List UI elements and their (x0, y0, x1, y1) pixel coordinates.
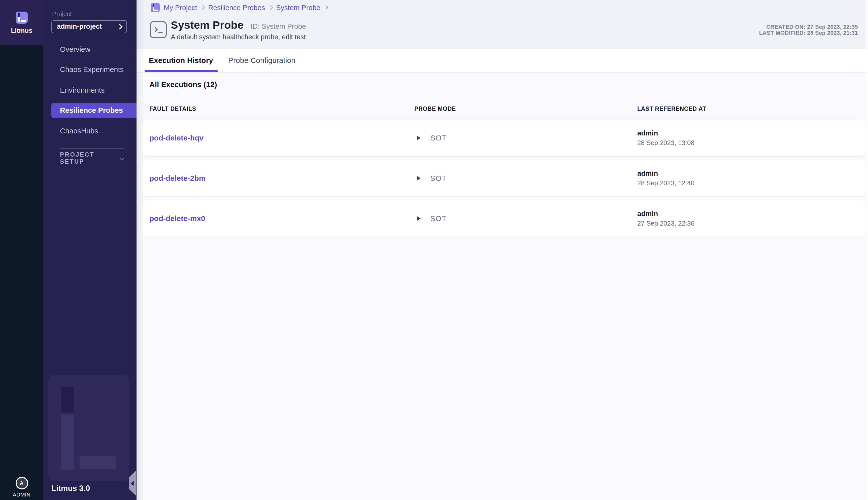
table-header: FAULT DETAILS PROBE MODE LAST REFERENCED… (142, 103, 865, 114)
page-header: My Project Resilience Probes System Prob… (136, 0, 868, 49)
sidebar-divider (59, 148, 124, 149)
breadcrumb-resilience-probes[interactable]: Resilience Probes (208, 3, 265, 12)
project-setup-label: PROJECT SETUP (60, 151, 120, 165)
breadcrumb-separator-icon (268, 5, 272, 10)
breadcrumb-separator-icon (201, 5, 205, 10)
project-selector[interactable]: admin-project (52, 20, 127, 33)
probe-mode-value: SOT (430, 214, 447, 223)
play-expand-icon[interactable] (417, 216, 421, 221)
litmus-logo-icon (15, 11, 28, 23)
left-rail: Litmus A ADMIN (0, 0, 43, 500)
sidebar-item-resilience-probes[interactable]: Resilience Probes (52, 103, 136, 118)
probe-id-label: ID: System Probe (251, 22, 306, 30)
brand-name: Litmus (11, 26, 32, 34)
fault-link[interactable]: pod-delete-mx0 (149, 214, 205, 222)
play-expand-icon[interactable] (417, 135, 421, 140)
fault-link[interactable]: pod-delete-hqv (149, 133, 204, 142)
logo-dot (18, 13, 20, 16)
probe-mode-value: SOT (430, 174, 447, 182)
litmus-mini-logo-icon (151, 3, 160, 12)
referenced-by-user: admin (637, 170, 865, 177)
header-meta: CREATED ON: 27 Sep 2023, 22:35 LAST MODI… (759, 23, 858, 36)
last-modified-label: LAST MODIFIED: 28 Sep 2023, 21:31 (759, 30, 858, 36)
page: Litmus A ADMIN Project admin-project Ove… (0, 0, 868, 500)
referenced-by-user: admin (637, 210, 865, 217)
tab-probe-configuration[interactable]: Probe Configuration (224, 49, 300, 72)
table-row: pod-delete-mx0 SOT admin 27 Sep 2023, 22… (142, 200, 865, 236)
watermark-stem (61, 414, 74, 470)
tab-execution-history[interactable]: Execution History (144, 49, 218, 72)
created-on-label: CREATED ON: 27 Sep 2023, 22:35 (759, 23, 858, 30)
project-selector-value: admin-project (57, 23, 117, 30)
tab-bar: Execution History Probe Configuration (136, 49, 868, 72)
avatar[interactable]: A (15, 477, 28, 489)
project-label: Project (52, 11, 72, 18)
user-block[interactable]: A ADMIN (0, 477, 43, 498)
probe-description: A default system healthcheck probe, edit… (171, 33, 306, 41)
executions-count-title: All Executions (12) (149, 80, 865, 88)
breadcrumb: My Project Resilience Probes System Prob… (151, 3, 327, 12)
sidebar-item-environments[interactable]: Environments (52, 82, 136, 98)
executions-content: All Executions (12) FAULT DETAILS PROBE … (136, 72, 868, 236)
collapse-sidebar-handle[interactable] (129, 470, 136, 496)
watermark-foot (80, 456, 116, 469)
logo-stem (18, 17, 20, 22)
sidebar: Project admin-project Overview Chaos Exp… (43, 0, 136, 500)
sidebar-nav: Overview Chaos Experiments Environments … (43, 42, 136, 144)
table-row: pod-delete-2bm SOT admin 28 Sep 2023, 12… (142, 160, 865, 196)
breadcrumb-my-project[interactable]: My Project (164, 3, 197, 12)
sidebar-item-chaos-experiments[interactable]: Chaos Experiments (52, 62, 136, 77)
project-setup-section[interactable]: PROJECT SETUP (60, 154, 123, 162)
table-row: pod-delete-hqv SOT admin 28 Sep 2023, 13… (142, 120, 865, 156)
breadcrumb-separator-icon (324, 5, 328, 10)
brand-block: Litmus (0, 0, 43, 45)
chevron-right-icon (117, 24, 122, 29)
main-area: My Project Resilience Probes System Prob… (136, 0, 868, 500)
watermark-dot (61, 387, 74, 412)
app-version: Litmus 3.0 (52, 484, 90, 493)
sidebar-item-overview[interactable]: Overview (52, 42, 136, 57)
referenced-at-time: 28 Sep 2023, 12:40 (637, 180, 865, 186)
app-shell: Litmus A ADMIN Project admin-project Ove… (0, 0, 868, 500)
referenced-by-user: admin (637, 129, 865, 136)
column-probe-mode: PROBE MODE (414, 106, 637, 112)
fault-link[interactable]: pod-delete-2bm (149, 173, 205, 182)
litmus-watermark-logo (48, 374, 129, 481)
column-last-referenced-at: LAST REFERENCED AT (637, 106, 865, 112)
page-title: System Probe (171, 19, 244, 32)
play-expand-icon[interactable] (417, 175, 421, 181)
breadcrumb-system-probe[interactable]: System Probe (276, 3, 320, 12)
terminal-icon (149, 21, 167, 38)
table-header-divider (142, 116, 865, 117)
collapse-left-triangle-icon (131, 481, 134, 486)
sidebar-item-chaoshubs[interactable]: ChaosHubs (52, 123, 136, 138)
referenced-at-time: 28 Sep 2023, 13:08 (637, 139, 865, 146)
probe-mode-value: SOT (430, 134, 447, 142)
user-role-label: ADMIN (13, 491, 31, 498)
column-fault-details: FAULT DETAILS (149, 106, 414, 112)
title-line: System Probe ID: System Probe (171, 19, 306, 32)
logo-foot (20, 20, 25, 22)
referenced-at-time: 27 Sep 2023, 22:36 (637, 220, 865, 227)
